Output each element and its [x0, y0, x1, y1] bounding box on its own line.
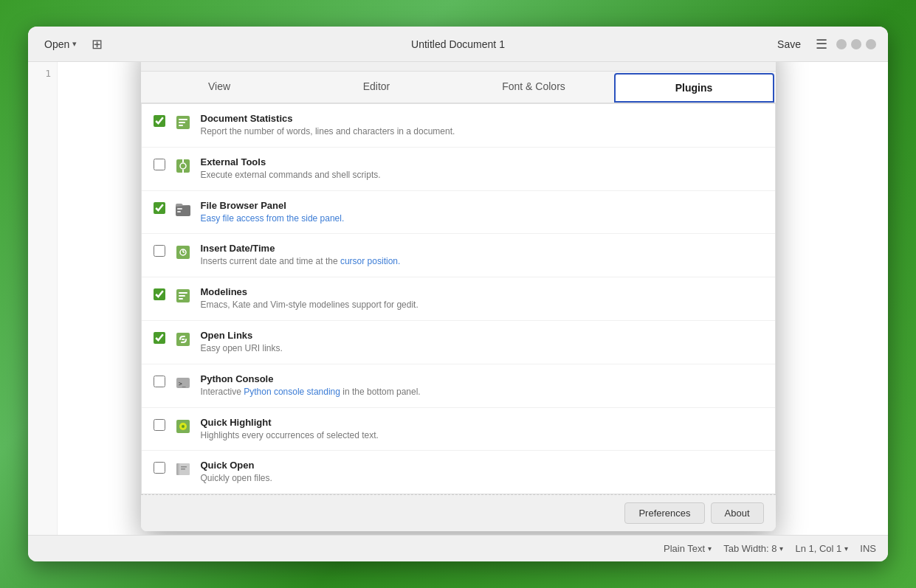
- window-title: Untitled Document 1: [411, 38, 505, 50]
- chevron-down-icon: ▾: [72, 39, 77, 49]
- svg-rect-10: [177, 211, 181, 212]
- plugin-desc-python-console: Interactive Python console standing in t…: [201, 386, 763, 398]
- hamburger-menu-button[interactable]: ☰: [816, 36, 827, 52]
- svg-rect-16: [179, 292, 187, 294]
- plain-text-label: Plain Text: [664, 543, 705, 554]
- footer-preferences-button[interactable]: Preferences: [624, 502, 704, 524]
- plugin-icon-quick-open: [174, 460, 192, 478]
- svg-rect-30: [181, 468, 185, 470]
- tab-font-colors[interactable]: Font & Colors: [455, 72, 613, 103]
- footer-about-button[interactable]: About: [711, 502, 764, 524]
- statusbar: Plain Text ▾ Tab Width: 8 ▾ Ln 1, Col 1 …: [28, 535, 888, 561]
- tab-editor[interactable]: Editor: [298, 72, 455, 103]
- plugin-info-external-tools: External Tools Execute external commands…: [201, 156, 763, 181]
- preferences-dialog: Preferences View Editor Font & Colors Pl…: [141, 62, 776, 531]
- plugin-info-insert-date-time: Insert Date/Time Inserts current date an…: [201, 243, 763, 268]
- svg-rect-3: [179, 125, 183, 126]
- plugin-item-python-console: >_ Python Console Interactive Python con…: [142, 364, 775, 408]
- plugin-name-external-tools: External Tools: [201, 156, 763, 167]
- svg-rect-9: [177, 208, 182, 210]
- plugin-name-document-statistics: Document Statistics: [201, 113, 763, 124]
- svg-rect-18: [179, 298, 183, 300]
- plugin-desc-external-tools: Execute external commands and shell scri…: [201, 169, 763, 181]
- editor-area[interactable]: 1 Preferences View Editor Font & Colors …: [28, 62, 888, 535]
- plugin-info-quick-highlight: Quick Highlight Highlights every occurre…: [201, 417, 763, 442]
- tab-view[interactable]: View: [141, 72, 298, 103]
- plugin-item-external-tools: External Tools Execute external commands…: [142, 148, 775, 191]
- plugin-info-document-statistics: Document Statistics Report the number of…: [201, 113, 763, 138]
- plugin-info-modelines: Modelines Emacs, Kate and Vim-style mode…: [201, 286, 763, 311]
- plugin-info-open-links: Open Links Easy open URI links.: [201, 330, 763, 355]
- plugin-name-quick-highlight: Quick Highlight: [201, 417, 763, 428]
- titlebar-left: Open ▾ ⊞: [40, 35, 107, 54]
- plugin-icon-insert-date-time: [174, 243, 192, 261]
- open-button[interactable]: Open ▾: [40, 35, 81, 53]
- prefs-titlebar: Preferences: [141, 62, 776, 72]
- cursor-position: Ln 1, Col 1 ▾: [795, 543, 848, 554]
- plugin-name-open-links: Open Links: [201, 330, 763, 341]
- plugin-item-quick-open: Quick Open Quickly open files.: [142, 451, 775, 494]
- plugin-item-insert-date-time: Insert Date/Time Inserts current date an…: [142, 234, 775, 277]
- plugin-desc-quick-open: Quickly open files.: [201, 472, 763, 485]
- plugin-list[interactable]: Document Statistics Report the number of…: [141, 103, 776, 494]
- plugin-desc-insert-date-time: Inserts current date and time at the cur…: [201, 255, 763, 268]
- line-numbers: 1: [28, 62, 58, 535]
- plugin-icon-external-tools: [174, 157, 192, 175]
- plugin-checkbox-modelines[interactable]: [154, 288, 165, 300]
- plugin-checkbox-external-tools[interactable]: [154, 159, 165, 170]
- plugin-icon-file-browser-panel: [174, 201, 192, 218]
- plugin-checkbox-file-browser-panel[interactable]: [154, 202, 165, 214]
- titlebar-right: Save ☰: [771, 35, 876, 53]
- modal-overlay: Preferences View Editor Font & Colors Pl…: [28, 62, 888, 508]
- plugin-checkbox-open-links[interactable]: [154, 332, 165, 344]
- svg-rect-2: [179, 122, 185, 123]
- plugin-item-quick-highlight: Quick Highlight Highlights every occurre…: [142, 408, 775, 452]
- plugin-checkbox-document-statistics[interactable]: [154, 115, 165, 127]
- new-tab-button[interactable]: ⊞: [87, 35, 107, 54]
- plugin-checkbox-quick-highlight[interactable]: [154, 419, 165, 431]
- svg-rect-29: [181, 466, 187, 468]
- tab-width-selector[interactable]: Tab Width: 8 ▾: [723, 543, 783, 554]
- plugin-item-open-links: Open Links Easy open URI links.: [142, 321, 775, 364]
- svg-point-25: [182, 425, 185, 428]
- tab-plugins[interactable]: Plugins: [614, 73, 774, 103]
- plugin-icon-open-links: [174, 331, 192, 348]
- plugin-desc-open-links: Easy open URI links.: [201, 342, 763, 355]
- prefs-footer: Preferences About: [141, 494, 776, 531]
- plugin-name-python-console: Python Console: [201, 373, 763, 384]
- plugin-desc-modelines: Emacs, Kate and Vim-style modelines supp…: [201, 299, 763, 311]
- tab-width-chevron-icon: ▾: [779, 544, 783, 553]
- cursor-chevron-icon: ▾: [844, 544, 848, 553]
- cursor-position-label: Ln 1, Col 1: [795, 543, 841, 554]
- plain-text-chevron-icon: ▾: [708, 544, 712, 553]
- plugin-item-file-browser-panel: File Browser Panel Easy file access from…: [142, 191, 775, 235]
- plugin-icon-document-statistics: [174, 114, 192, 131]
- plugin-info-quick-open: Quick Open Quickly open files.: [201, 460, 763, 485]
- plugin-checkbox-insert-date-time[interactable]: [154, 245, 165, 257]
- plugin-name-insert-date-time: Insert Date/Time: [201, 243, 763, 254]
- ins-mode-label: INS: [860, 543, 876, 554]
- plugin-checkbox-quick-open[interactable]: [154, 462, 165, 474]
- svg-point-5: [180, 163, 186, 169]
- plain-text-selector[interactable]: Plain Text ▾: [664, 543, 712, 554]
- plugin-name-modelines: Modelines: [201, 286, 763, 297]
- plugin-icon-python-console: >_: [174, 374, 192, 392]
- maximize-button[interactable]: [851, 39, 861, 49]
- tab-width-label: Tab Width: 8: [723, 543, 776, 554]
- plugin-info-file-browser-panel: File Browser Panel Easy file access from…: [201, 200, 763, 225]
- window-controls: [836, 39, 876, 49]
- open-label: Open: [44, 38, 69, 50]
- plugin-icon-modelines: [174, 287, 192, 305]
- minimize-button[interactable]: [836, 39, 847, 49]
- plugin-name-quick-open: Quick Open: [201, 460, 763, 471]
- save-button[interactable]: Save: [771, 35, 807, 53]
- plugin-desc-document-statistics: Report the number of words, lines and ch…: [201, 125, 763, 138]
- app-window: Open ▾ ⊞ Untitled Document 1 Save ☰ 1: [28, 27, 888, 561]
- plugin-checkbox-python-console[interactable]: [154, 376, 165, 387]
- close-button[interactable]: [866, 39, 876, 49]
- plugin-desc-file-browser-panel: Easy file access from the side panel.: [201, 212, 763, 225]
- plugin-item-modelines: Modelines Emacs, Kate and Vim-style mode…: [142, 277, 775, 321]
- titlebar: Open ▾ ⊞ Untitled Document 1 Save ☰: [28, 27, 888, 62]
- plugin-info-python-console: Python Console Interactive Python consol…: [201, 373, 763, 398]
- svg-rect-17: [179, 295, 185, 297]
